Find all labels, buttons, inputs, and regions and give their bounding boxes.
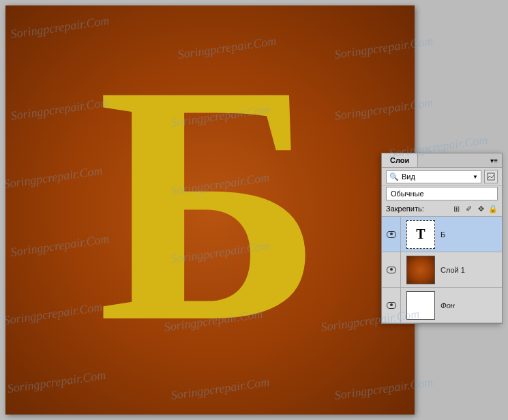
canvas-text-letter[interactable]: Б [98,33,323,374]
lock-brush-icon[interactable]: ✐ [464,204,473,213]
layers-list: T Б Слой 1 Фон [382,217,502,323]
document-canvas[interactable]: Б [5,5,415,415]
layer-name[interactable]: Фон [440,301,455,310]
layer-item-raster[interactable]: Слой 1 [382,252,502,288]
tab-layers[interactable]: Слои [382,153,418,167]
layer-item-background[interactable]: Фон [382,288,502,323]
eye-icon [387,231,396,238]
lock-all-icon[interactable]: 🔒 [488,204,498,213]
lock-row: Закрепить: ⊞ ✐ ✥ 🔒 [382,201,502,217]
filter-label: Вид [402,172,415,181]
layer-item-text[interactable]: T Б [382,217,502,252]
layers-panel: Слои ▾≡ 🔍 Вид ▼ Обычные Закрепить: ⊞ ✐ ✥… [381,153,503,324]
search-icon: 🔍 [389,172,399,181]
layer-filter-select[interactable]: 🔍 Вид ▼ [386,170,481,183]
eye-icon [387,267,396,273]
chevron-down-icon: ▼ [473,174,478,180]
blend-mode-select[interactable]: Обычные [386,187,498,200]
layer-thumbnail-raster[interactable] [406,256,435,284]
layer-filter-row: 🔍 Вид ▼ [382,168,502,186]
layer-thumbnail-background[interactable] [406,291,435,320]
layer-visibility-toggle[interactable] [382,252,401,287]
layer-thumbnail-text[interactable]: T [406,220,435,249]
lock-position-icon[interactable]: ✥ [476,204,485,213]
layer-name[interactable]: Б [440,230,445,239]
canvas-background-gradient: Б [5,5,415,415]
layer-visibility-toggle[interactable] [382,288,401,322]
lock-label: Закрепить: [386,205,424,213]
filter-image-icon[interactable] [484,170,498,183]
layer-name[interactable]: Слой 1 [440,266,465,274]
layer-visibility-toggle[interactable] [382,217,401,252]
svg-rect-0 [488,173,494,180]
eye-icon [387,302,396,309]
panel-menu-icon[interactable]: ▾≡ [486,155,502,166]
lock-pixels-icon[interactable]: ⊞ [451,204,461,213]
panel-tab-bar: Слои ▾≡ [382,153,502,168]
